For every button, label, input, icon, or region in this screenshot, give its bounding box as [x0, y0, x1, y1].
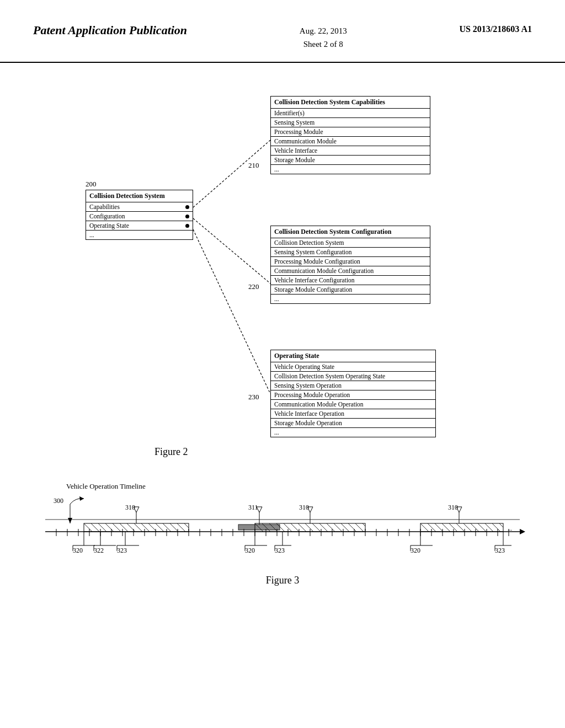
- cap-row-6: Storage Module: [271, 156, 430, 165]
- svg-line-40: [420, 523, 429, 532]
- main-box: Collision Detection System Capabilities …: [86, 190, 193, 240]
- svg-marker-4: [520, 529, 525, 534]
- svg-text:320: 320: [411, 547, 420, 554]
- svg-line-10: [113, 523, 121, 532]
- timeline-svg: 300 310 311 310 310: [40, 493, 525, 570]
- svg-marker-97: [68, 518, 72, 523]
- svg-line-0: [193, 140, 270, 207]
- conf-row-3: Processing Module Configuration: [271, 257, 430, 266]
- svg-line-36: [348, 523, 356, 532]
- svg-marker-98: [79, 496, 84, 501]
- svg-line-9: [105, 523, 114, 532]
- configuration-box: Collision Detection System Configuration…: [270, 226, 430, 304]
- op-row-2: Collision Detection System Operating Sta…: [271, 372, 435, 381]
- svg-line-49: [485, 523, 493, 532]
- configuration-box-header: Collision Detection System Configuration: [271, 226, 430, 238]
- conf-row-ellipsis: ...: [271, 295, 430, 303]
- main-box-row-operating: Operating State: [86, 221, 193, 231]
- svg-line-7: [91, 523, 99, 532]
- dot-capabilities: [185, 205, 189, 209]
- figure3-caption: Figure 3: [33, 575, 532, 586]
- cap-row-2: Sensing System: [271, 118, 430, 127]
- svg-line-32: [319, 523, 328, 532]
- cap-row-1: Identifier(s): [271, 109, 430, 118]
- dot-configuration: [185, 215, 189, 218]
- label-220: 220: [248, 282, 259, 291]
- cap-row-ellipsis: ...: [271, 165, 430, 174]
- main-box-header: Collision Detection System: [86, 190, 193, 202]
- op-row-7: Storage Module Operation: [271, 419, 435, 428]
- figure3-title: Vehicle Operation Timeline: [66, 482, 532, 491]
- svg-line-1: [193, 218, 270, 283]
- patent-number: US 2013/218603 A1: [459, 22, 532, 34]
- operating-box: Operating State Vehicle Operating State …: [270, 350, 436, 437]
- sheet-info: Aug. 22, 2013 Sheet 2 of 8: [300, 22, 347, 51]
- svg-line-51: [499, 523, 503, 527]
- svg-text:...: ...: [508, 525, 513, 532]
- svg-line-30: [305, 523, 313, 532]
- svg-text:323: 323: [275, 547, 285, 554]
- conf-row-4: Communication Module Configuration: [271, 266, 430, 276]
- publication-label: Patent Application Publication: [33, 22, 187, 39]
- svg-line-11: [120, 523, 128, 532]
- main-content: 200 Collision Detection System Capabilit…: [0, 63, 565, 597]
- svg-text:311: 311: [248, 504, 258, 511]
- svg-line-19: [177, 523, 185, 532]
- svg-line-50: [492, 523, 500, 532]
- svg-line-34: [334, 523, 342, 532]
- cap-row-3: Processing Module: [271, 127, 430, 137]
- svg-line-28: [291, 523, 299, 532]
- capabilities-box-header: Collision Detection System Capabilities: [271, 97, 430, 109]
- svg-line-37: [355, 523, 364, 532]
- svg-text:323: 323: [495, 547, 505, 554]
- svg-line-45: [456, 523, 465, 532]
- main-box-row-ellipsis: ...: [86, 231, 193, 239]
- operating-box-header: Operating State: [271, 350, 435, 362]
- label-210: 210: [248, 161, 259, 170]
- op-row-6: Vehicle Interface Operation: [271, 409, 435, 419]
- cap-row-4: Communication Module: [271, 137, 430, 146]
- figure2-area: 200 Collision Detection System Capabilit…: [33, 79, 532, 465]
- svg-line-16: [156, 523, 164, 532]
- svg-line-47: [471, 523, 479, 532]
- op-row-ellipsis: ...: [271, 428, 435, 437]
- conf-row-2: Sensing System Configuration: [271, 248, 430, 257]
- svg-text:320: 320: [245, 547, 255, 554]
- conf-row-6: Storage Module Configuration: [271, 285, 430, 295]
- svg-rect-39: [420, 523, 503, 532]
- conf-row-5: Vehicle Interface Configuration: [271, 276, 430, 285]
- svg-line-48: [478, 523, 486, 532]
- figure2-caption: Figure 2: [154, 446, 188, 458]
- svg-line-20: [184, 523, 189, 528]
- main-box-row-configuration: Configuration: [86, 212, 193, 221]
- svg-line-12: [127, 523, 135, 532]
- main-box-row-capabilities: Capabilities: [86, 202, 193, 212]
- timeline-container: 300 310 311 310 310: [40, 493, 525, 570]
- svg-line-43: [442, 523, 450, 532]
- op-row-4: Processing Module Operation: [271, 390, 435, 400]
- cap-row-5: Vehicle Interface: [271, 146, 430, 156]
- op-row-5: Communication Module Operation: [271, 400, 435, 409]
- op-row-3: Sensing System Operation: [271, 381, 435, 390]
- svg-line-13: [134, 523, 142, 532]
- svg-line-2: [193, 229, 270, 394]
- svg-line-35: [341, 523, 349, 532]
- svg-text:323: 323: [117, 547, 127, 554]
- svg-line-18: [170, 523, 178, 532]
- conf-row-1: Collision Detection System: [271, 238, 430, 248]
- page-header: Patent Application Publication Aug. 22, …: [0, 0, 565, 63]
- figure3-area: Vehicle Operation Timeline: [33, 482, 532, 586]
- svg-line-42: [435, 523, 443, 532]
- svg-line-33: [327, 523, 335, 532]
- op-row-1: Vehicle Operating State: [271, 362, 435, 372]
- svg-line-14: [141, 523, 150, 532]
- svg-text:322: 322: [94, 547, 104, 554]
- label-230: 230: [248, 393, 259, 402]
- svg-text:300: 300: [54, 497, 63, 505]
- label-200: 200: [86, 180, 97, 189]
- dot-operating: [185, 224, 189, 228]
- svg-line-31: [312, 523, 321, 532]
- svg-text:320: 320: [73, 547, 83, 554]
- svg-line-6: [84, 523, 92, 532]
- capabilities-box: Collision Detection System Capabilities …: [270, 96, 430, 174]
